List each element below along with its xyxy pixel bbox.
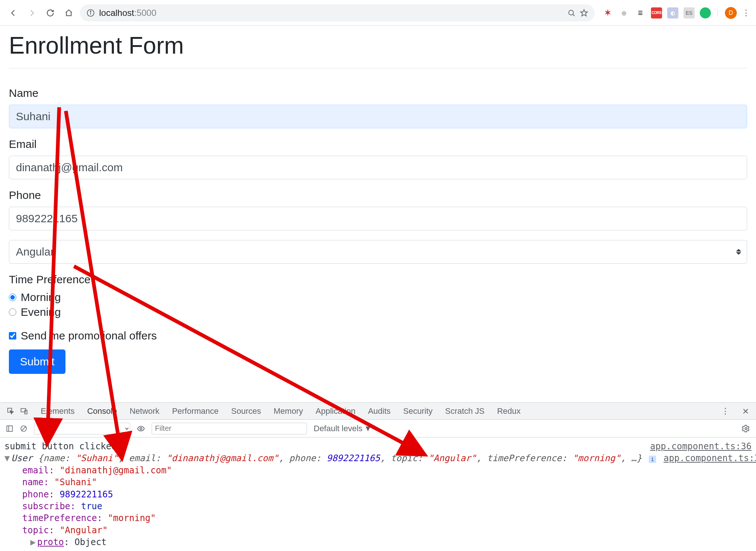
tab-memory[interactable]: Memory <box>274 406 303 416</box>
grammarly-icon[interactable] <box>700 7 711 18</box>
console-source-link[interactable]: app.component.ts:37 <box>664 452 756 464</box>
context-select[interactable]: top <box>34 423 130 435</box>
tab-audits[interactable]: Audits <box>368 406 391 416</box>
home-button[interactable] <box>61 6 76 20</box>
extension-icons: ✶ ◎ ☰ CORS ◐ ES │ D ⋮ <box>602 7 750 19</box>
extension-icon[interactable]: ES <box>684 7 695 18</box>
tab-network[interactable]: Network <box>129 406 159 416</box>
svg-line-4 <box>573 14 575 16</box>
name-label: Name <box>9 87 747 99</box>
svg-marker-5 <box>581 9 587 16</box>
extension-icon[interactable]: ◐ <box>667 7 678 18</box>
console-source-link[interactable]: app.component.ts:36 <box>650 440 752 452</box>
svg-point-2 <box>90 11 91 11</box>
submit-button[interactable]: Submit <box>9 349 65 374</box>
filter-input[interactable] <box>152 423 307 435</box>
extension-icon[interactable]: ◎ <box>618 7 630 18</box>
clear-console-icon[interactable] <box>20 425 27 432</box>
browser-toolbar: localhost:5000 ✶ ◎ ☰ CORS ◐ ES │ D ⋮ <box>0 0 756 26</box>
svg-line-14 <box>21 426 26 431</box>
morning-radio[interactable] <box>9 294 16 301</box>
tab-performance[interactable]: Performance <box>172 406 219 416</box>
topic-select[interactable] <box>9 240 747 264</box>
back-button[interactable] <box>6 6 21 20</box>
timepref-label: Time Preference <box>9 273 747 286</box>
divider <box>9 68 747 68</box>
devtools-tabs: Elements Console Network Performance Sou… <box>0 403 756 420</box>
reload-button[interactable] <box>43 6 58 20</box>
cors-extension-icon[interactable]: CORS <box>651 7 662 18</box>
name-input[interactable] <box>9 105 747 128</box>
evening-radio[interactable] <box>9 308 16 316</box>
info-icon <box>87 9 95 17</box>
console-settings-icon[interactable] <box>742 425 750 433</box>
svg-point-16 <box>745 427 747 430</box>
svg-point-3 <box>569 10 574 15</box>
tab-scratch[interactable]: Scratch JS <box>445 406 485 416</box>
console-log-line: ▼User {name: "Suhani", email: "dinanathj… <box>4 452 656 464</box>
email-label: Email <box>9 138 747 151</box>
star-icon[interactable] <box>580 9 588 17</box>
tab-sources[interactable]: Sources <box>231 406 261 416</box>
zoom-icon[interactable] <box>567 9 576 17</box>
console-toolbar: top Default levels ▼ <box>0 420 756 437</box>
inspect-icon[interactable] <box>7 407 15 415</box>
tab-redux[interactable]: Redux <box>497 406 521 416</box>
devtools-panel: Elements Console Network Performance Sou… <box>0 402 756 551</box>
console-output: submit button clicked app.component.ts:3… <box>0 437 756 551</box>
svg-point-15 <box>140 427 142 430</box>
url-text: localhost:5000 <box>99 8 563 18</box>
console-sidebar-icon[interactable] <box>6 425 13 432</box>
live-expression-icon[interactable] <box>137 425 145 433</box>
phone-label: Phone <box>9 189 747 202</box>
evening-radio-label: Evening <box>21 306 61 318</box>
extension-icon[interactable]: ☰ <box>635 7 646 18</box>
subscribe-checkbox[interactable] <box>9 332 16 339</box>
forward-button[interactable] <box>24 6 39 20</box>
page-content: Enrollment Form Name Email Phone Time Pr… <box>0 26 756 374</box>
tab-application[interactable]: Application <box>315 406 355 416</box>
page-title: Enrollment Form <box>9 26 747 68</box>
console-log-line: submit button clicked <box>4 440 642 452</box>
tab-elements[interactable]: Elements <box>41 406 75 416</box>
devtools-menu-icon[interactable]: ⋮ <box>721 406 729 416</box>
email-input[interactable] <box>9 156 747 179</box>
svg-rect-11 <box>7 426 13 431</box>
device-toggle-icon[interactable] <box>20 407 28 415</box>
tab-security[interactable]: Security <box>403 406 432 416</box>
chrome-menu-icon[interactable]: ⋮ <box>742 8 750 18</box>
devtools-close-icon[interactable] <box>742 408 749 415</box>
address-bar[interactable]: localhost:5000 <box>80 4 595 21</box>
profile-avatar[interactable]: D <box>725 7 737 19</box>
select-caret-icon <box>736 248 741 256</box>
log-levels-select[interactable]: Default levels ▼ <box>314 424 372 433</box>
extension-icon[interactable]: ✶ <box>602 7 613 18</box>
tab-console[interactable]: Console <box>87 406 117 421</box>
subscribe-label: Send me promotional offers <box>21 329 157 342</box>
morning-radio-label: Morning <box>21 291 61 304</box>
phone-input[interactable] <box>9 207 747 230</box>
